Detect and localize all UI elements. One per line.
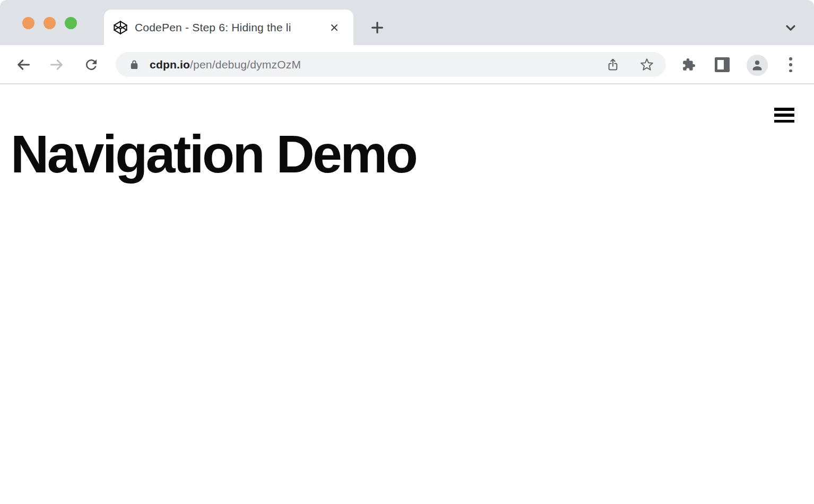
codepen-icon bbox=[113, 20, 128, 35]
dot bbox=[789, 57, 792, 60]
address-bar[interactable]: cdpn.io/pen/debug/dymzOzM bbox=[116, 52, 666, 77]
share-icon[interactable] bbox=[606, 58, 620, 72]
tab-strip: CodePen - Step 6: Hiding the li bbox=[0, 0, 814, 45]
tab-search-chevron-down-icon[interactable] bbox=[783, 20, 798, 35]
window-close-button[interactable] bbox=[22, 17, 34, 29]
hamburger-bar bbox=[774, 114, 794, 117]
browser-menu-dots-icon[interactable] bbox=[789, 57, 792, 72]
url-text: cdpn.io/pen/debug/dymzOzM bbox=[150, 58, 301, 71]
tab-title-container: CodePen - Step 6: Hiding the li bbox=[135, 10, 322, 45]
browser-tab[interactable]: CodePen - Step 6: Hiding the li bbox=[104, 10, 353, 45]
lock-icon[interactable] bbox=[128, 59, 140, 71]
extensions-puzzle-icon[interactable] bbox=[682, 58, 696, 72]
browser-window: CodePen - Step 6: Hiding the li bbox=[0, 0, 814, 504]
forward-button[interactable] bbox=[49, 57, 65, 73]
hamburger-menu-icon[interactable] bbox=[774, 108, 794, 123]
side-panel-shape bbox=[715, 57, 730, 72]
tab-title-fade bbox=[292, 10, 322, 45]
reload-button[interactable] bbox=[83, 57, 99, 73]
dot bbox=[789, 69, 792, 73]
url-path: /pen/debug/dymzOzM bbox=[190, 58, 301, 71]
profile-avatar[interactable] bbox=[747, 55, 768, 76]
side-panel-icon[interactable] bbox=[715, 57, 730, 72]
tab-close-icon[interactable] bbox=[328, 21, 341, 34]
window-zoom-button[interactable] bbox=[65, 17, 77, 29]
page-title: Navigation Demo bbox=[11, 127, 416, 180]
dot bbox=[789, 63, 792, 66]
hamburger-bar bbox=[774, 120, 794, 123]
url-domain: cdpn.io bbox=[150, 58, 190, 71]
new-tab-button[interactable] bbox=[369, 20, 385, 36]
window-minimize-button[interactable] bbox=[44, 17, 56, 29]
back-button[interactable] bbox=[15, 57, 31, 73]
hamburger-bar bbox=[774, 108, 794, 111]
bookmark-star-icon[interactable] bbox=[640, 58, 654, 72]
tab-title: CodePen - Step 6: Hiding the li bbox=[135, 21, 291, 34]
